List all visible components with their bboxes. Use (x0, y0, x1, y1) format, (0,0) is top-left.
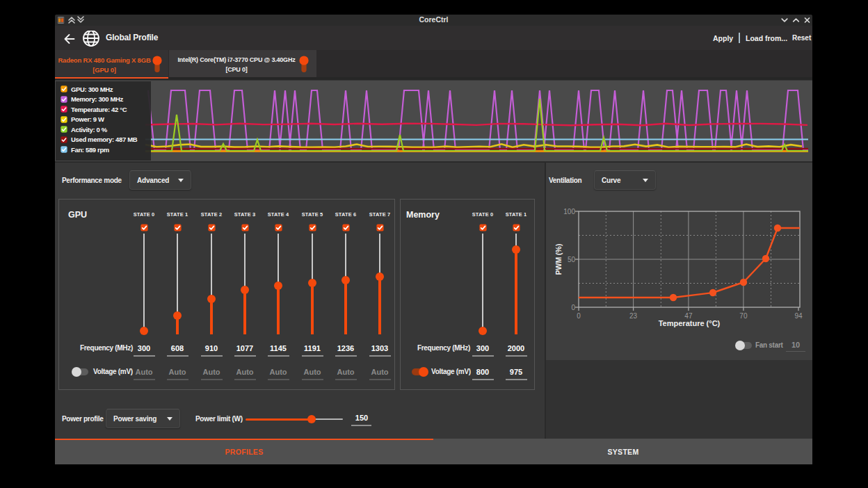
svg-text:100: 100 (563, 208, 575, 215)
svg-text:23: 23 (629, 312, 638, 320)
svg-text:Temperature (°C): Temperature (°C) (659, 319, 721, 327)
svg-text:94: 94 (794, 312, 803, 320)
svg-text:0: 0 (577, 312, 581, 320)
svg-text:50: 50 (568, 256, 576, 263)
svg-text:PWM (%): PWM (%) (554, 244, 563, 275)
svg-text:0: 0 (571, 304, 575, 311)
svg-text:70: 70 (739, 312, 748, 320)
